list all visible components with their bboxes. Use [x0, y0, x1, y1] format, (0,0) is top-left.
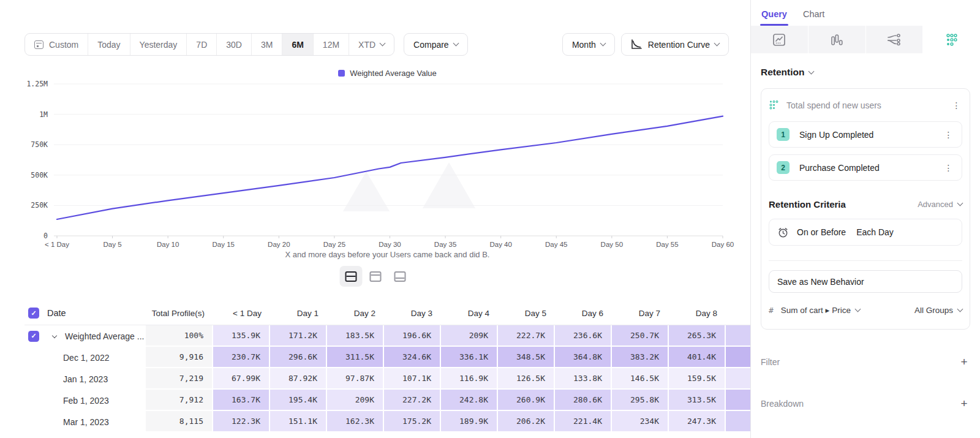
retention-value-cell[interactable]: 230.7K: [213, 347, 270, 368]
total-profiles-cell[interactable]: 100%: [146, 325, 213, 347]
step-kebab-menu-icon[interactable]: [943, 130, 954, 140]
column-header[interactable]: Day 8: [669, 309, 726, 318]
date-range-today[interactable]: Today: [88, 34, 130, 55]
column-header[interactable]: Day 3: [384, 309, 441, 318]
layout-chart-view-button[interactable]: [364, 266, 386, 287]
column-header[interactable]: Day 2: [327, 309, 384, 318]
retention-value-cell[interactable]: 209K: [441, 325, 498, 347]
chart-legend[interactable]: Weighted Average Value: [52, 69, 723, 78]
retention-value-cell[interactable]: 250.7K: [612, 325, 669, 347]
retention-value-cell[interactable]: 313.5K: [669, 390, 726, 411]
date-column-header[interactable]: Date: [47, 308, 66, 318]
tab-query[interactable]: Query: [761, 9, 787, 26]
retention-value-cell[interactable]: 122.3K: [213, 411, 270, 432]
total-profiles-cell[interactable]: 9,916: [146, 347, 213, 368]
retention-value-cell[interactable]: 296.6K: [270, 347, 327, 368]
retention-section-dropdown[interactable]: Retention: [761, 67, 970, 78]
retention-value-cell[interactable]: 401.4K: [669, 347, 726, 368]
retention-grid-icon[interactable]: [923, 26, 980, 53]
retention-value-cell[interactable]: 234K: [612, 411, 669, 432]
date-range-7d[interactable]: 7D: [187, 34, 217, 55]
measure-property-dropdown[interactable]: Sum of cart ▸ Price: [781, 305, 860, 315]
all-groups-dropdown[interactable]: All Groups: [914, 306, 962, 315]
retention-value-cell[interactable]: 324.6K: [384, 347, 441, 368]
retention-value-cell[interactable]: 162.3K: [327, 411, 384, 432]
select-all-checkbox[interactable]: [28, 308, 39, 319]
retention-value-cell[interactable]: 364.8K: [555, 347, 612, 368]
criteria-operator[interactable]: On or Before: [797, 227, 846, 237]
behavior-step-2[interactable]: 2 Purchase Completed: [769, 154, 962, 181]
retention-curve-line[interactable]: [57, 116, 723, 219]
retention-value-cell[interactable]: 189.9K: [441, 411, 498, 432]
retention-value-cell[interactable]: 242.8K: [441, 390, 498, 411]
retention-value-cell[interactable]: 183.5K: [327, 325, 384, 347]
column-header[interactable]: Day 5: [498, 309, 555, 318]
retention-value-cell[interactable]: 171.2K: [270, 325, 327, 347]
table-row[interactable]: Dec 1, 20229,916230.7K296.6K311.5K324.6K…: [24, 347, 750, 368]
flows-icon[interactable]: [866, 26, 924, 53]
retention-value-cell[interactable]: 206.2K: [498, 411, 555, 432]
total-profiles-cell[interactable]: 7,219: [146, 368, 213, 390]
retention-value-cell[interactable]: 227.2K: [384, 390, 441, 411]
date-range-xtd[interactable]: XTD: [349, 34, 394, 55]
retention-value-cell[interactable]: 135.9K: [213, 325, 270, 347]
date-range-12m[interactable]: 12M: [314, 34, 349, 55]
retention-value-cell[interactable]: 336.1K: [441, 347, 498, 368]
column-header[interactable]: Day 4: [441, 309, 498, 318]
retention-value-cell[interactable]: 196.6K: [384, 325, 441, 347]
retention-value-cell[interactable]: 126.5K: [498, 368, 555, 390]
column-header[interactable]: Day 6: [555, 309, 612, 318]
retention-value-cell[interactable]: 383.2K: [612, 347, 669, 368]
add-filter-button[interactable]: [958, 355, 970, 369]
compare-button[interactable]: Compare: [404, 33, 468, 56]
criteria-operator-row[interactable]: On or Before Each Day: [769, 219, 962, 246]
retention-value-cell[interactable]: 348.5K: [498, 347, 555, 368]
table-row[interactable]: Feb 1, 20237,912163.7K195.4K209K227.2K24…: [24, 390, 750, 411]
bar-chart-icon[interactable]: [809, 26, 866, 53]
retention-value-cell[interactable]: 260.9K: [498, 390, 555, 411]
retention-value-cell[interactable]: 163.7K: [213, 390, 270, 411]
behavior-step-1[interactable]: 1 Sign Up Completed: [769, 121, 962, 148]
column-header[interactable]: Day 1: [270, 309, 327, 318]
table-row[interactable]: Weighted Average ...100%135.9K171.2K183.…: [24, 325, 750, 347]
insights-line-chart-icon[interactable]: [751, 26, 809, 53]
column-header[interactable]: Day 7: [612, 309, 669, 318]
granularity-button[interactable]: Month: [562, 33, 615, 56]
retention-value-cell[interactable]: 221.4K: [555, 411, 612, 432]
behavior-kebab-menu-icon[interactable]: [951, 100, 962, 110]
date-range-custom[interactable]: Custom: [25, 34, 88, 55]
layout-split-view-button[interactable]: [339, 266, 362, 287]
retention-value-cell[interactable]: 311.5K: [327, 347, 384, 368]
total-profiles-cell[interactable]: 8,115: [146, 411, 213, 432]
retention-value-cell[interactable]: 175.2K: [384, 411, 441, 432]
layout-table-view-button[interactable]: [388, 266, 411, 287]
retention-value-cell[interactable]: 209K: [327, 390, 384, 411]
retention-value-cell[interactable]: 236.6K: [555, 325, 612, 347]
retention-value-cell[interactable]: 222.7K: [498, 325, 555, 347]
table-row[interactable]: Mar 1, 20238,115122.3K151.1K162.3K175.2K…: [24, 411, 750, 432]
date-range-3m[interactable]: 3M: [252, 34, 282, 55]
tab-chart[interactable]: Chart: [803, 9, 824, 26]
add-breakdown-button[interactable]: [958, 397, 970, 410]
row-expand-chevron-icon[interactable]: [52, 333, 57, 338]
date-range-yesterday[interactable]: Yesterday: [130, 34, 187, 55]
step-kebab-menu-icon[interactable]: [943, 163, 954, 173]
chart-type-button[interactable]: Retention Curve: [621, 33, 729, 56]
retention-value-cell[interactable]: 195.4K: [270, 390, 327, 411]
criteria-unit[interactable]: Each Day: [856, 227, 894, 237]
retention-value-cell[interactable]: 87.92K: [270, 368, 327, 390]
retention-value-cell[interactable]: 159.5K: [669, 368, 726, 390]
row-checkbox[interactable]: [28, 331, 39, 342]
column-header[interactable]: Total Profile(s): [146, 309, 213, 318]
date-range-6m[interactable]: 6M: [282, 34, 313, 55]
retention-value-cell[interactable]: 146.5K: [612, 368, 669, 390]
advanced-dropdown[interactable]: Advanced: [918, 200, 962, 209]
column-header[interactable]: < 1 Day: [213, 309, 270, 318]
retention-value-cell[interactable]: 133.8K: [555, 368, 612, 390]
table-row[interactable]: Jan 1, 20237,21967.99K87.92K97.87K107.1K…: [24, 368, 750, 390]
save-as-new-behavior-button[interactable]: Save as New Behavior: [769, 270, 962, 293]
date-range-30d[interactable]: 30D: [217, 34, 252, 55]
total-profiles-cell[interactable]: 7,912: [146, 390, 213, 411]
retention-value-cell[interactable]: 265.3K: [669, 325, 726, 347]
retention-value-cell[interactable]: 97.87K: [327, 368, 384, 390]
